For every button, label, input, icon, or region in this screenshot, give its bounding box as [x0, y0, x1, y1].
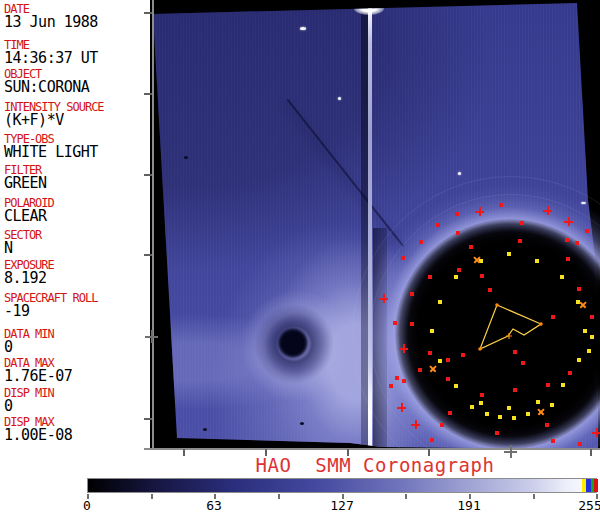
bottom-axis-line: [144, 448, 600, 450]
metadata-value: 13 Jun 1988: [4, 15, 150, 30]
colorbar-label: 255: [578, 498, 600, 512]
colorbar-tick: [151, 494, 153, 499]
metadata-value: 0: [4, 399, 150, 414]
metadata-label: SECTOR: [4, 229, 150, 241]
metadata-field: INTENSITY SOURCE(K+F)*V: [4, 101, 150, 128]
colorbar: [87, 478, 597, 493]
metadata-value: -19: [4, 304, 150, 319]
metadata-label: DISP MIN: [4, 387, 150, 399]
metadata-value: 0: [4, 340, 150, 355]
metadata-value: (K+F)*V: [4, 113, 150, 128]
left-axis-line: [152, 0, 154, 450]
left-axis-tick: [144, 254, 152, 256]
metadata-label: DATA MIN: [4, 328, 150, 340]
colorbar-tick: [278, 494, 280, 499]
metadata-value: 1.76E-07: [4, 369, 150, 384]
plot-title: HAO SMM Coronagraph: [150, 455, 600, 475]
metadata-field: FILTERGREEN: [4, 164, 150, 191]
colorbar-label: 127: [330, 498, 353, 512]
colorbar-label: 63: [206, 498, 222, 512]
colorbar-gradient: [88, 479, 596, 492]
metadata-value: GREEN: [4, 176, 150, 191]
metadata-field: TYPE-OBSWHITE LIGHT: [4, 133, 150, 160]
metadata-field: DATA MAX1.76E-07: [4, 357, 150, 384]
smm-coronagraph-viewer-window: DATE13 Jun 1988TIME14:36:37 UTOBJECTSUN:…: [0, 0, 600, 512]
metadata-value: 14:36:37 UT: [4, 51, 150, 66]
left-axis-tick: [144, 174, 152, 176]
metadata-field: OBJECTSUN:CORONA: [4, 68, 150, 95]
left-axis-tick: [144, 12, 152, 14]
pointer-polygon-overlay: [150, 0, 600, 449]
colorbar-stripe: [594, 479, 598, 492]
metadata-value: SUN:CORONA: [4, 80, 150, 95]
metadata-field: TIME14:36:37 UT: [4, 39, 150, 66]
colorbar-tick: [405, 494, 407, 499]
colorbar-label: 191: [457, 498, 480, 512]
coronagraph-plot-area: [150, 0, 600, 449]
metadata-field: POLAROIDCLEAR: [4, 197, 150, 224]
metadata-field: DATE13 Jun 1988: [4, 3, 150, 30]
metadata-field: SECTORN: [4, 229, 150, 256]
left-axis-tick: [144, 418, 152, 420]
metadata-field: DISP MAX1.00E-08: [4, 416, 150, 443]
metadata-value: WHITE LIGHT: [4, 145, 150, 160]
metadata-value: 1.00E-08: [4, 428, 150, 443]
metadata-value: CLEAR: [4, 209, 150, 224]
metadata-field: SPACECRAFT ROLL-19: [4, 292, 150, 319]
metadata-field: DATA MIN0: [4, 328, 150, 355]
metadata-value: N: [4, 241, 150, 256]
colorbar-tick: [533, 494, 535, 499]
metadata-field: EXPOSURE8.192: [4, 259, 150, 286]
metadata-sidebar: DATE13 Jun 1988TIME14:36:37 UTOBJECTSUN:…: [0, 0, 150, 455]
metadata-value: 8.192: [4, 271, 150, 286]
metadata-field: DISP MIN0: [4, 387, 150, 414]
colorbar-label: 0: [83, 498, 91, 512]
left-axis-tick: [144, 93, 152, 95]
